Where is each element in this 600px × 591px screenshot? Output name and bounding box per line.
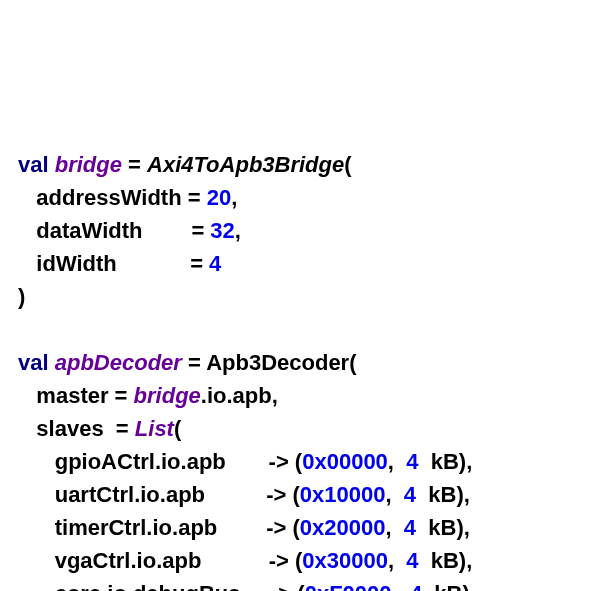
slave-path: timerCtrl.io.apb	[55, 515, 218, 540]
arrow: -> (	[269, 548, 303, 573]
number-literal: 4	[406, 548, 418, 573]
param-label: dataWidth	[36, 218, 142, 243]
size-unit: kB)	[422, 581, 470, 591]
slave-path: gpioACtrl.io.apb	[55, 449, 226, 474]
identifier-bridge-ref: bridge	[134, 383, 201, 408]
param-label: addressWidth	[36, 185, 181, 210]
comma: ,	[385, 515, 403, 540]
member-access: .io.apb,	[201, 383, 278, 408]
code-line: addressWidth = 20,	[18, 185, 237, 210]
comma: ,	[385, 482, 403, 507]
hex-literal: 0x10000	[300, 482, 386, 507]
hex-literal: 0x00000	[302, 449, 388, 474]
code-line: val apbDecoder = Apb3Decoder(	[18, 350, 357, 375]
equals: =	[184, 251, 209, 276]
slave-path: vgaCtrl.io.apb	[55, 548, 202, 573]
close-paren: )	[18, 284, 25, 309]
identifier-apbdecoder: apbDecoder	[55, 350, 182, 375]
param-label: master =	[36, 383, 133, 408]
number-literal: 4	[410, 581, 422, 591]
hex-literal: 0xF0000	[305, 581, 392, 591]
hex-literal: 0x30000	[302, 548, 388, 573]
equals: =	[185, 218, 210, 243]
slave-path: core.io.debugBus	[55, 581, 241, 591]
number-literal: 32	[210, 218, 234, 243]
identifier-bridge: bridge	[55, 152, 122, 177]
comma: ,	[392, 581, 410, 591]
number-literal: 20	[207, 185, 231, 210]
code-block: val bridge = Axi4ToApb3Bridge( addressWi…	[18, 148, 582, 591]
keyword-val: val	[18, 152, 49, 177]
equals: =	[122, 152, 147, 177]
comma: ,	[464, 482, 470, 507]
number-literal: 4	[209, 251, 221, 276]
size-unit: kB)	[416, 515, 464, 540]
code-line: idWidth = 4	[18, 251, 221, 276]
comma: ,	[464, 515, 470, 540]
open-paren: (	[174, 416, 181, 441]
code-line: gpioACtrl.io.apb -> (0x00000, 4 kB),	[18, 449, 472, 474]
open-paren: (	[344, 152, 351, 177]
equals: =	[182, 350, 206, 375]
code-line: core.io.debugBus -> (0xF0000, 4 kB)	[18, 581, 470, 591]
number-literal: 4	[404, 515, 416, 540]
comma: ,	[235, 218, 241, 243]
code-line: )	[18, 284, 25, 309]
identifier-list: List	[135, 416, 174, 441]
comma: ,	[388, 449, 406, 474]
arrow: -> (	[266, 482, 300, 507]
arrow: -> (	[269, 449, 303, 474]
comma: ,	[466, 548, 472, 573]
code-line: val bridge = Axi4ToApb3Bridge(	[18, 152, 352, 177]
code-line: dataWidth = 32,	[18, 218, 241, 243]
equals: =	[182, 185, 207, 210]
code-line: timerCtrl.io.apb -> (0x20000, 4 kB),	[18, 515, 470, 540]
blank-line	[18, 317, 24, 342]
code-line: uartCtrl.io.apb -> (0x10000, 4 kB),	[18, 482, 470, 507]
arrow: -> (	[271, 581, 305, 591]
size-unit: kB)	[418, 449, 466, 474]
param-label: slaves =	[36, 416, 134, 441]
type-apb3decoder: Apb3Decoder(	[206, 350, 356, 375]
comma: ,	[466, 449, 472, 474]
number-literal: 4	[406, 449, 418, 474]
comma: ,	[388, 548, 406, 573]
size-unit: kB)	[419, 548, 467, 573]
code-line: slaves = List(	[18, 416, 181, 441]
slave-path: uartCtrl.io.apb	[55, 482, 205, 507]
arrow: -> (	[266, 515, 300, 540]
code-line: master = bridge.io.apb,	[18, 383, 278, 408]
hex-literal: 0x20000	[300, 515, 386, 540]
keyword-val: val	[18, 350, 49, 375]
param-label: idWidth	[36, 251, 116, 276]
size-unit: kB)	[416, 482, 464, 507]
number-literal: 4	[404, 482, 416, 507]
comma: ,	[231, 185, 237, 210]
type-axi4toapb3bridge: Axi4ToApb3Bridge	[147, 152, 344, 177]
code-line: vgaCtrl.io.apb -> (0x30000, 4 kB),	[18, 548, 472, 573]
